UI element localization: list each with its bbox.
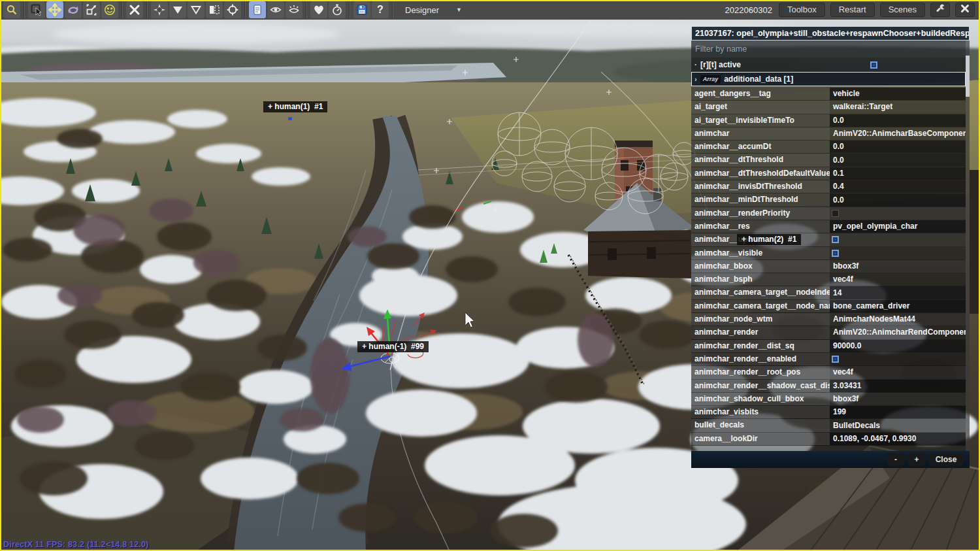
property-name: animchar_shadow_cull_bbox	[691, 393, 830, 405]
save-button[interactable]	[353, 1, 370, 18]
property-row: animchar_node_wtm AnimcharNodesMat44	[691, 313, 966, 326]
close-app-button[interactable]	[955, 3, 975, 17]
property-value[interactable]: AnimV20::AnimcharRendComponent	[830, 326, 966, 339]
property-value[interactable]: vec4f	[830, 366, 966, 378]
property-inspector-panel: 21037167: opel_olympia+still_obstacle+re…	[691, 26, 970, 468]
panel-footer: - + Close	[691, 451, 970, 468]
property-row: animchar_render AnimV20::AnimcharRendCom…	[691, 326, 966, 339]
restart-button[interactable]: Restart	[830, 3, 875, 17]
property-value[interactable]: 3.03431	[830, 380, 966, 392]
scenes-button[interactable]: Scenes	[880, 3, 925, 17]
settings-button[interactable]	[930, 3, 950, 17]
show-panel-button[interactable]	[249, 1, 266, 18]
decrement-button[interactable]: -	[887, 454, 904, 466]
property-row: animchar_shadow_cull_bbox bbox3f	[691, 393, 966, 406]
property-value[interactable]: 0.0	[830, 154, 966, 166]
property-value[interactable]: BulletDecals	[830, 419, 966, 431]
scrollbar-thumb[interactable]	[966, 56, 970, 97]
property-value[interactable]: 0.0	[830, 141, 966, 153]
property-value[interactable]: 90000.0	[830, 340, 966, 352]
property-name: animchar_render__enabled	[691, 353, 830, 365]
expander-arrow-icon[interactable]: ›	[694, 75, 697, 83]
rotate-tool-button[interactable]	[65, 1, 82, 18]
scale-tool-button[interactable]	[83, 1, 100, 18]
increment-button[interactable]: +	[908, 454, 925, 466]
compass-button[interactable]	[151, 1, 168, 18]
drop-down-filled-button[interactable]	[169, 1, 186, 18]
property-value[interactable]: 0.0	[830, 114, 966, 127]
property-row: agent_dangers__tag vehicle	[691, 88, 966, 101]
panel-scrollbar[interactable]	[966, 41, 970, 451]
property-row: animchar_render__enabled	[691, 353, 966, 366]
property-checkbox[interactable]	[832, 356, 839, 363]
toolbox-button[interactable]: Toolbox	[779, 3, 825, 17]
entity-label-human99: + human(-1) #99	[357, 341, 429, 352]
timer-button[interactable]	[329, 1, 346, 18]
property-value[interactable]: bone_camera_driver	[830, 300, 966, 312]
property-value[interactable]	[830, 247, 966, 259]
search-button[interactable]	[3, 1, 20, 18]
property-row: animchar_bbox bbox3f	[691, 260, 966, 273]
property-row: animchar__upd	[691, 233, 966, 246]
property-value[interactable]: 0.4	[830, 180, 966, 193]
delete-x-icon	[128, 3, 141, 16]
property-checkbox[interactable]	[832, 210, 839, 217]
property-checkbox[interactable]	[832, 236, 839, 243]
select-tool-button[interactable]	[28, 1, 45, 18]
property-value[interactable]: AnimV20::AnimcharBaseComponent	[830, 127, 966, 140]
visibility-button[interactable]	[267, 1, 284, 18]
panel-title: 21037167: opel_olympia+still_obstacle+re…	[691, 26, 970, 41]
property-name: animchar_camera_target__nodeIndex	[691, 286, 830, 299]
property-value[interactable]	[830, 353, 966, 365]
additional-data-row[interactable]: › Array additional_data [1]	[691, 72, 966, 86]
help-button[interactable]: ?	[372, 1, 389, 18]
property-value[interactable]: bbox3f	[830, 393, 966, 405]
property-value[interactable]: 14	[830, 286, 966, 299]
smiley-button[interactable]	[101, 1, 118, 18]
property-value[interactable]	[830, 233, 966, 246]
designer-menu[interactable]: Designer ▼	[405, 5, 462, 15]
delete-button[interactable]	[126, 1, 143, 18]
close-panel-button[interactable]: Close	[929, 454, 963, 466]
move-icon	[48, 3, 61, 16]
property-value[interactable]: 0.0	[830, 193, 966, 206]
property-checkbox[interactable]	[832, 250, 839, 257]
visibility-alt-button[interactable]	[286, 1, 302, 18]
eye-lashes-icon	[287, 3, 301, 16]
property-name: agent_dangers__tag	[691, 88, 830, 100]
property-value[interactable]: pv_opel_olympia_char	[830, 220, 966, 233]
main-toolbar: ? Designer ▼ 2022060302 Toolbox Restart …	[0, 0, 980, 20]
property-value[interactable]: walkerai::Target	[830, 101, 966, 113]
active-checkbox[interactable]	[870, 61, 877, 69]
property-name: ai_target__invisibleTimeTo	[691, 114, 830, 127]
property-name: animchar_camera_target__node_name	[691, 300, 830, 312]
property-value[interactable]: bbox3f	[830, 260, 966, 273]
heart-icon	[312, 3, 325, 16]
property-value[interactable]: 0.1	[830, 167, 966, 180]
filter-input[interactable]	[691, 41, 966, 58]
drop-down-outline-button[interactable]	[188, 1, 204, 18]
property-value[interactable]: vehicle	[830, 88, 966, 100]
favorites-button[interactable]	[310, 1, 327, 18]
property-name: animchar_visbits	[691, 406, 830, 418]
select-cursor-icon	[30, 3, 43, 16]
property-name: animchar_node_wtm	[691, 313, 830, 326]
property-value[interactable]: AnimcharNodesMat44	[830, 313, 966, 326]
smiley-icon	[103, 3, 116, 16]
rotate-icon	[67, 3, 80, 16]
move-tool-button[interactable]	[46, 1, 63, 18]
property-row: animchar_visbits 199	[691, 406, 966, 419]
toolbar-separator	[24, 1, 25, 18]
property-value[interactable]	[830, 207, 966, 220]
toolbar-separator	[392, 1, 393, 18]
active-property-row[interactable]: · [r][t] active	[691, 58, 966, 72]
property-value[interactable]: vec4f	[830, 273, 966, 286]
target-button[interactable]	[224, 1, 241, 18]
property-rows: agent_dangers__tag vehicle ai_target wal…	[691, 88, 966, 451]
split-view-button[interactable]	[206, 1, 223, 18]
fps-readout: DirectX 11 FPS: 83.2 (11.2<14.8 12.0)	[3, 540, 148, 549]
row-bullet: ·	[691, 60, 700, 69]
property-value[interactable]: 199	[830, 406, 966, 418]
property-name: animchar__visible	[691, 247, 830, 259]
property-value[interactable]: 0.1089, -0.0467, 0.9930	[830, 433, 966, 445]
